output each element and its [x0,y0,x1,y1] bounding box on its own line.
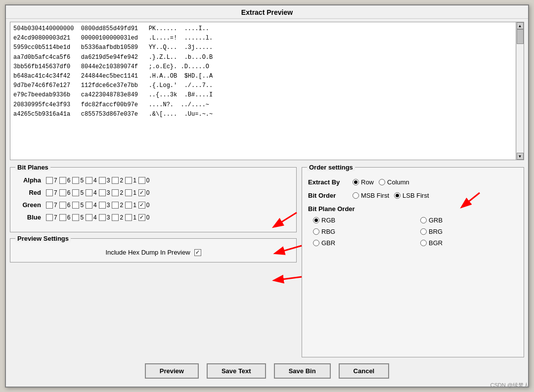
bit-cell-alpha-4: 4 [86,177,97,184]
bit-label-alpha-6: 6 [67,177,71,184]
bit-checkbox-green-3[interactable] [99,202,106,209]
bit-checkbox-alpha-3[interactable] [99,177,106,184]
bit-checkbox-green-1[interactable] [125,202,132,209]
bit-order-row: Bit Order MSB First LSB First [308,192,518,199]
bpo-radio-rgb[interactable] [313,217,319,223]
bit-cell-alpha-3: 3 [99,177,110,184]
bit-checkbox-alpha-6[interactable] [59,177,66,184]
bit-label-blue-1: 1 [133,214,136,221]
bit-checkbox-red-1[interactable] [125,189,132,196]
bit-row-alpha: Alpha76543210 [16,176,290,184]
bit-row-label-green: Green [16,201,41,209]
bit-checkbox-green-5[interactable] [72,202,79,209]
bpo-radio-bgr[interactable] [420,240,427,246]
preview-area: 504b0304140000000 0800dd855d49fd91 PK...… [10,22,524,160]
include-hex-checkbox[interactable] [194,249,201,256]
bit-plane-order-section: Bit Plane Order RGBGRBRBGBRGGBRBGR [308,205,518,247]
bit-label-alpha-0: 0 [146,177,150,184]
cancel-button[interactable]: Cancel [339,363,390,379]
extract-by-row-radio[interactable] [353,179,359,185]
bit-checkbox-blue-6[interactable] [59,214,66,221]
bit-checkbox-green-4[interactable] [86,202,92,209]
bit-checkbox-alpha-2[interactable] [112,177,119,184]
scrollbar[interactable]: ▲ ▼ [516,22,524,160]
bit-checkbox-blue-4[interactable] [86,214,92,221]
bit-checkbox-alpha-5[interactable] [72,177,79,184]
preview-button[interactable]: Preview [145,363,199,379]
bit-cell-red-0: 0 [138,189,150,196]
bpo-option-brg[interactable]: BRG [420,228,518,235]
bit-checkbox-alpha-0[interactable] [138,177,145,184]
bit-checkbox-red-5[interactable] [72,189,79,196]
bit-checkbox-green-7[interactable] [46,202,53,209]
bit-label-red-2: 2 [120,189,123,196]
bit-cell-alpha-7: 7 [46,177,57,184]
bit-cell-blue-6: 6 [59,214,71,221]
bpo-label-bgr: BGR [429,239,443,247]
save-bin-button[interactable]: Save Bin [274,363,331,379]
bpo-label-rgb: RGB [321,217,335,224]
bit-label-green-1: 1 [133,202,136,209]
bpo-option-rgb[interactable]: RGB [313,217,410,224]
bit-checkbox-green-0[interactable] [138,202,145,209]
bpo-option-rbg[interactable]: RBG [313,228,410,235]
bit-cell-blue-3: 3 [99,214,110,221]
bit-checkbox-green-6[interactable] [59,202,66,209]
lsb-first-radio[interactable] [394,192,400,199]
bit-checkbox-blue-1[interactable] [125,214,132,221]
bit-checkbox-blue-2[interactable] [112,214,119,221]
bit-label-red-0: 0 [146,189,150,196]
scroll-thumb[interactable] [517,29,524,44]
include-hex-label: Include Hex Dump In Preview [105,249,190,256]
bpo-radio-brg[interactable] [420,228,427,235]
extract-by-column-option[interactable]: Column [379,178,409,186]
bit-row-blue: Blue76543210 [16,214,290,221]
include-hex-row: Include Hex Dump In Preview [16,249,290,256]
lsb-first-label: LSB First [402,192,429,199]
bit-cell-red-1: 1 [125,189,136,196]
bit-label-green-7: 7 [54,202,57,209]
preview-content: 504b0304140000000 0800dd855d49fd91 PK...… [10,22,516,160]
bit-label-alpha-5: 5 [80,177,84,184]
bit-cell-green-6: 6 [59,202,71,209]
bpo-option-gbr[interactable]: GBR [313,239,410,247]
bit-checkbox-alpha-7[interactable] [46,177,53,184]
bit-checkbox-red-4[interactable] [86,189,92,196]
bit-cell-green-4: 4 [86,202,97,209]
bit-cell-green-1: 1 [125,202,136,209]
bit-cell-green-5: 5 [72,202,84,209]
bit-label-blue-4: 4 [93,214,97,221]
bit-checkbox-alpha-4[interactable] [86,177,92,184]
bpo-radio-gbr[interactable] [313,240,319,246]
msb-first-radio[interactable] [353,192,359,199]
bit-checkbox-blue-7[interactable] [46,214,53,221]
extract-by-column-radio[interactable] [379,179,385,185]
bit-checkbox-red-0[interactable] [138,189,145,196]
bit-checkbox-blue-3[interactable] [99,214,106,221]
bpo-option-bgr[interactable]: BGR [420,239,518,247]
scroll-up-btn[interactable]: ▲ [517,22,524,29]
bpo-option-grb[interactable]: GRB [420,217,518,224]
bit-label-green-4: 4 [93,202,97,209]
watermark: CSDN @续梦人 [490,382,529,389]
bit-label-alpha-3: 3 [107,177,110,184]
bit-checkbox-red-7[interactable] [46,189,53,196]
msb-first-option[interactable]: MSB First [353,192,389,199]
lsb-first-option[interactable]: LSB First [394,192,429,199]
left-panel: Bit Planes Alpha76543210Red76543210Green… [10,163,297,357]
bit-checkbox-green-2[interactable] [112,202,119,209]
bpo-radio-grb[interactable] [420,217,427,223]
save-text-button[interactable]: Save Text [207,363,266,379]
bit-label-red-3: 3 [107,189,110,196]
extract-by-row-option[interactable]: Row [353,178,374,186]
bpo-radio-rbg[interactable] [313,228,319,235]
bpo-label-brg: BRG [429,228,443,235]
bit-checkbox-red-3[interactable] [99,189,106,196]
bit-checkbox-blue-0[interactable] [138,214,145,221]
bit-checkbox-red-6[interactable] [59,189,66,196]
order-settings-group: Order settings Extract By Row Column Bi [302,167,524,357]
scroll-down-btn[interactable]: ▼ [517,153,524,160]
bit-checkbox-blue-5[interactable] [72,214,79,221]
bit-checkbox-red-2[interactable] [112,189,119,196]
bit-checkbox-alpha-1[interactable] [125,177,132,184]
